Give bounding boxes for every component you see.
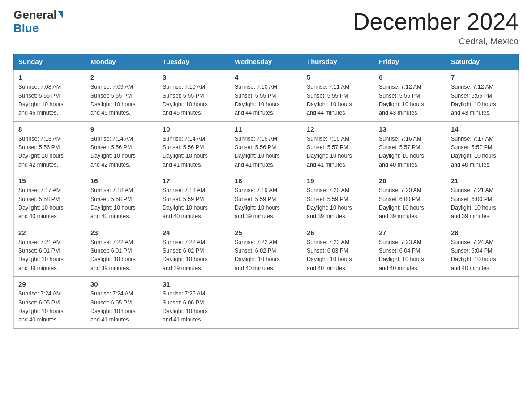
calendar-cell: 11 Sunrise: 7:15 AM Sunset: 5:56 PM Dayl… (230, 121, 302, 173)
calendar-cell: 28 Sunrise: 7:24 AM Sunset: 6:04 PM Dayl… (446, 225, 519, 277)
calendar-cell: 15 Sunrise: 7:17 AM Sunset: 5:58 PM Dayl… (14, 173, 86, 225)
logo-general-text: General (13, 9, 57, 21)
calendar-cell (230, 277, 302, 329)
calendar-week-row: 29 Sunrise: 7:24 AM Sunset: 6:05 PM Dayl… (14, 277, 519, 329)
calendar-cell: 10 Sunrise: 7:14 AM Sunset: 5:56 PM Dayl… (158, 121, 230, 173)
logo-blue-text: Blue (13, 21, 39, 35)
calendar-cell: 12 Sunrise: 7:15 AM Sunset: 5:57 PM Dayl… (302, 121, 374, 173)
calendar-week-row: 22 Sunrise: 7:21 AM Sunset: 6:01 PM Dayl… (14, 225, 519, 277)
calendar-cell: 26 Sunrise: 7:23 AM Sunset: 6:03 PM Dayl… (302, 225, 374, 277)
day-info: Sunrise: 7:21 AM Sunset: 6:01 PM Dayligh… (18, 238, 81, 273)
calendar-cell: 24 Sunrise: 7:22 AM Sunset: 6:02 PM Dayl… (158, 225, 230, 277)
calendar-cell: 19 Sunrise: 7:20 AM Sunset: 5:59 PM Dayl… (302, 173, 374, 225)
day-number: 17 (163, 177, 225, 184)
day-number: 29 (18, 280, 81, 288)
calendar-cell: 3 Sunrise: 7:10 AM Sunset: 5:55 PM Dayli… (158, 69, 230, 121)
day-info: Sunrise: 7:22 AM Sunset: 6:01 PM Dayligh… (90, 238, 153, 273)
calendar-cell: 14 Sunrise: 7:17 AM Sunset: 5:57 PM Dayl… (446, 121, 519, 173)
day-info: Sunrise: 7:13 AM Sunset: 5:56 PM Dayligh… (18, 135, 81, 170)
calendar-cell: 9 Sunrise: 7:14 AM Sunset: 5:56 PM Dayli… (86, 121, 158, 173)
calendar-cell: 22 Sunrise: 7:21 AM Sunset: 6:01 PM Dayl… (14, 225, 86, 277)
day-number: 30 (90, 280, 153, 288)
calendar-cell: 1 Sunrise: 7:08 AM Sunset: 5:55 PM Dayli… (14, 69, 86, 121)
calendar-cell: 6 Sunrise: 7:12 AM Sunset: 5:55 PM Dayli… (374, 69, 446, 121)
column-header-sunday: Sunday (14, 54, 86, 70)
calendar-cell (374, 277, 446, 329)
location-subtitle: Cedral, Mexico (353, 36, 519, 47)
day-number: 7 (451, 73, 514, 81)
day-number: 11 (235, 125, 297, 133)
calendar-cell: 2 Sunrise: 7:09 AM Sunset: 5:55 PM Dayli… (86, 69, 158, 121)
day-info: Sunrise: 7:08 AM Sunset: 5:55 PM Dayligh… (18, 83, 81, 118)
day-number: 25 (235, 229, 297, 236)
day-info: Sunrise: 7:19 AM Sunset: 5:59 PM Dayligh… (235, 186, 297, 221)
day-info: Sunrise: 7:23 AM Sunset: 6:03 PM Dayligh… (307, 238, 369, 273)
title-area: December 2024 Cedral, Mexico (353, 9, 519, 47)
logo-arrow-icon (58, 11, 63, 19)
calendar-cell: 4 Sunrise: 7:10 AM Sunset: 5:55 PM Dayli… (230, 69, 302, 121)
calendar-cell: 23 Sunrise: 7:22 AM Sunset: 6:01 PM Dayl… (86, 225, 158, 277)
month-title: December 2024 (353, 9, 519, 34)
day-info: Sunrise: 7:14 AM Sunset: 5:56 PM Dayligh… (90, 135, 153, 170)
calendar-week-row: 1 Sunrise: 7:08 AM Sunset: 5:55 PM Dayli… (14, 69, 519, 121)
day-info: Sunrise: 7:22 AM Sunset: 6:02 PM Dayligh… (163, 238, 225, 273)
day-info: Sunrise: 7:15 AM Sunset: 5:57 PM Dayligh… (307, 135, 369, 170)
day-info: Sunrise: 7:21 AM Sunset: 6:00 PM Dayligh… (451, 186, 514, 221)
day-number: 27 (379, 229, 442, 236)
day-info: Sunrise: 7:14 AM Sunset: 5:56 PM Dayligh… (163, 135, 225, 170)
day-number: 19 (307, 177, 369, 184)
column-header-saturday: Saturday (446, 54, 519, 70)
day-info: Sunrise: 7:12 AM Sunset: 5:55 PM Dayligh… (379, 83, 442, 118)
day-number: 1 (18, 73, 81, 81)
day-info: Sunrise: 7:15 AM Sunset: 5:56 PM Dayligh… (235, 135, 297, 170)
calendar-cell: 13 Sunrise: 7:16 AM Sunset: 5:57 PM Dayl… (374, 121, 446, 173)
calendar-cell: 16 Sunrise: 7:18 AM Sunset: 5:58 PM Dayl… (86, 173, 158, 225)
day-info: Sunrise: 7:24 AM Sunset: 6:05 PM Dayligh… (90, 290, 153, 325)
calendar-cell: 18 Sunrise: 7:19 AM Sunset: 5:59 PM Dayl… (230, 173, 302, 225)
day-number: 18 (235, 177, 297, 184)
day-info: Sunrise: 7:11 AM Sunset: 5:55 PM Dayligh… (307, 83, 369, 118)
day-info: Sunrise: 7:17 AM Sunset: 5:58 PM Dayligh… (18, 186, 81, 221)
calendar-cell: 17 Sunrise: 7:18 AM Sunset: 5:59 PM Dayl… (158, 173, 230, 225)
day-number: 10 (163, 125, 225, 133)
calendar-cell: 31 Sunrise: 7:25 AM Sunset: 6:06 PM Dayl… (158, 277, 230, 329)
day-number: 20 (379, 177, 442, 184)
day-number: 28 (451, 229, 514, 236)
calendar-cell: 5 Sunrise: 7:11 AM Sunset: 5:55 PM Dayli… (302, 69, 374, 121)
calendar-cell (446, 277, 519, 329)
page-header: General Blue December 2024 Cedral, Mexic… (13, 9, 519, 47)
day-number: 4 (235, 73, 297, 81)
day-number: 26 (307, 229, 369, 236)
calendar-cell: 27 Sunrise: 7:23 AM Sunset: 6:04 PM Dayl… (374, 225, 446, 277)
column-header-thursday: Thursday (302, 54, 374, 70)
day-number: 2 (90, 73, 153, 81)
day-info: Sunrise: 7:17 AM Sunset: 5:57 PM Dayligh… (451, 135, 514, 170)
day-info: Sunrise: 7:10 AM Sunset: 5:55 PM Dayligh… (163, 83, 225, 118)
day-number: 31 (163, 280, 225, 288)
day-number: 21 (451, 177, 514, 184)
day-info: Sunrise: 7:22 AM Sunset: 6:02 PM Dayligh… (235, 238, 297, 273)
day-info: Sunrise: 7:10 AM Sunset: 5:55 PM Dayligh… (235, 83, 297, 118)
calendar-cell: 25 Sunrise: 7:22 AM Sunset: 6:02 PM Dayl… (230, 225, 302, 277)
logo: General Blue (13, 9, 63, 35)
day-number: 14 (451, 125, 514, 133)
day-number: 15 (18, 177, 81, 184)
calendar-header-row: SundayMondayTuesdayWednesdayThursdayFrid… (14, 54, 519, 70)
calendar-week-row: 8 Sunrise: 7:13 AM Sunset: 5:56 PM Dayli… (14, 121, 519, 173)
calendar-table: SundayMondayTuesdayWednesdayThursdayFrid… (13, 54, 519, 329)
calendar-cell: 21 Sunrise: 7:21 AM Sunset: 6:00 PM Dayl… (446, 173, 519, 225)
day-info: Sunrise: 7:23 AM Sunset: 6:04 PM Dayligh… (379, 238, 442, 273)
day-number: 5 (307, 73, 369, 81)
calendar-cell: 29 Sunrise: 7:24 AM Sunset: 6:05 PM Dayl… (14, 277, 86, 329)
day-info: Sunrise: 7:12 AM Sunset: 5:55 PM Dayligh… (451, 83, 514, 118)
calendar-week-row: 15 Sunrise: 7:17 AM Sunset: 5:58 PM Dayl… (14, 173, 519, 225)
day-info: Sunrise: 7:09 AM Sunset: 5:55 PM Dayligh… (90, 83, 153, 118)
day-info: Sunrise: 7:16 AM Sunset: 5:57 PM Dayligh… (379, 135, 442, 170)
calendar-cell: 20 Sunrise: 7:20 AM Sunset: 6:00 PM Dayl… (374, 173, 446, 225)
day-number: 8 (18, 125, 81, 133)
day-number: 6 (379, 73, 442, 81)
day-info: Sunrise: 7:20 AM Sunset: 5:59 PM Dayligh… (307, 186, 369, 221)
day-info: Sunrise: 7:24 AM Sunset: 6:04 PM Dayligh… (451, 238, 514, 273)
day-number: 13 (379, 125, 442, 133)
column-header-monday: Monday (86, 54, 158, 70)
